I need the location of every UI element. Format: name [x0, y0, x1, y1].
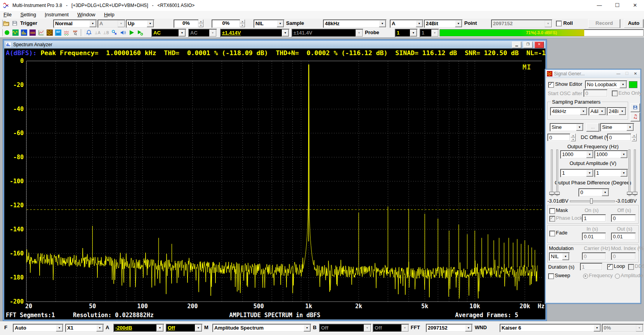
chevron-down-icon[interactable]: ▼ [602, 189, 609, 196]
bit-depth-select[interactable]: 24Bit▼ [424, 19, 463, 28]
spectrum-3d-plot-icon[interactable] [37, 29, 45, 36]
save-file-icon[interactable] [11, 19, 19, 27]
chevron-down-icon[interactable]: ▼ [416, 20, 423, 27]
step-down-icon[interactable]: ▼ [571, 137, 576, 141]
spectrum-window-titlebar[interactable]: Spectrum Analyzer ▁ ❐ ✕ [4, 41, 545, 49]
chevron-down-icon[interactable]: ▼ [89, 20, 96, 27]
roll-checkbox[interactable] [556, 21, 562, 26]
chevron-down-icon[interactable]: ▼ [179, 30, 186, 36]
chevron-down-icon[interactable]: ▼ [620, 81, 627, 88]
trigger-mode-select[interactable]: Normal▼ [53, 19, 97, 28]
chevron-down-icon[interactable]: ▼ [195, 325, 202, 332]
close-icon[interactable]: ✕ [535, 42, 544, 48]
chevron-down-icon[interactable]: ▼ [379, 20, 386, 27]
chevron-down-icon[interactable]: ▼ [576, 124, 583, 131]
menu-file[interactable]: File [0, 11, 15, 19]
chevron-down-icon[interactable]: ▼ [56, 325, 63, 332]
coupling-a-select[interactable]: AC▼ [151, 29, 186, 37]
chevron-down-icon[interactable]: ▼ [465, 325, 472, 332]
amplitude-b-select[interactable]: 1▼ [594, 169, 628, 177]
ddp-viewer-icon[interactable]: DDP [71, 29, 79, 36]
close-icon[interactable]: ✕ [632, 71, 639, 76]
signal-generator-titlebar[interactable]: Signal Gener... — ☐ ✕ [546, 70, 640, 78]
chevron-down-icon[interactable]: ▼ [620, 170, 627, 177]
trigger-delay-stepper[interactable]: ▲▼ [240, 19, 245, 27]
menu-instrument[interactable]: Instrument [41, 11, 72, 19]
balance-slider-handle[interactable] [590, 198, 593, 204]
run-icon[interactable] [128, 29, 135, 36]
spectrum-chart[interactable]: 20501002005001k2k5k10k20kHz0-20-40-60-80… [4, 49, 545, 319]
sound-output-icon[interactable] [119, 29, 127, 36]
close-icon[interactable]: ✕ [626, 0, 644, 11]
chevron-down-icon[interactable]: ▼ [619, 108, 626, 115]
window-function-select[interactable]: Kaiser 6▼ [500, 324, 601, 332]
waveform-b-select[interactable]: Sine▼ [600, 123, 634, 132]
output-b-slider[interactable] [634, 149, 636, 196]
chevron-down-icon[interactable]: ▼ [282, 30, 289, 36]
output-b-fine-slider[interactable] [628, 149, 630, 196]
zoom-select[interactable]: X1▼ [65, 324, 104, 332]
trigger-delay-input[interactable]: 0% [212, 19, 240, 28]
sweep-checkbox[interactable] [548, 273, 554, 279]
alarm-icon[interactable] [85, 29, 93, 36]
mask-on-input[interactable]: 1 [582, 214, 606, 222]
display-mode-select[interactable]: Amplitude Spectrum▼ [212, 324, 311, 332]
chevron-down-icon[interactable]: ▼ [562, 253, 569, 260]
chevron-down-icon[interactable]: ▼ [586, 170, 593, 177]
trigger-hpf-select[interactable]: NIL▼ [253, 19, 285, 28]
menu-help[interactable]: Help [101, 11, 118, 19]
step-up-icon[interactable]: ▲ [571, 134, 576, 137]
chevron-down-icon[interactable]: ▼ [586, 151, 593, 158]
chevron-down-icon[interactable]: ▼ [304, 325, 311, 332]
loop-checkbox[interactable] [607, 264, 613, 270]
range-a-select[interactable]: ±1.414V▼ [220, 29, 290, 37]
output-a-slider[interactable] [551, 149, 553, 196]
frequency-range-select[interactable]: Auto▼ [13, 324, 64, 332]
restore-icon[interactable]: ❐ [523, 42, 533, 48]
a-reference-select[interactable]: Off▼ [166, 324, 203, 332]
waveform-a-select[interactable]: Sine▼ [550, 123, 584, 132]
phase-select[interactable]: 0▼ [578, 188, 609, 197]
step-down-icon[interactable]: ▼ [632, 137, 637, 141]
amplitude-a-select[interactable]: 1▼ [560, 169, 594, 177]
slider-handle[interactable] [549, 192, 554, 194]
a-scale-select[interactable]: -200dB▼ [113, 324, 164, 332]
data-logger-icon[interactable] [46, 29, 54, 36]
auto-button[interactable]: Auto [624, 19, 644, 28]
mask-checkbox[interactable] [549, 208, 555, 214]
modulation-type-select[interactable]: NIL▼ [549, 252, 570, 261]
generator-on-button[interactable] [629, 81, 637, 88]
input-probe-icon[interactable] [111, 29, 118, 36]
menu-setting[interactable]: Setting [17, 11, 39, 19]
chevron-down-icon[interactable]: ▼ [277, 20, 284, 27]
chevron-down-icon[interactable]: ▼ [410, 30, 417, 36]
output-a-fine-slider[interactable] [556, 149, 558, 196]
step-up-icon[interactable]: ▲ [240, 19, 245, 23]
dc-offset-b-input[interactable]: 0 [607, 134, 631, 141]
step-up-icon[interactable]: ▲ [198, 19, 203, 23]
chevron-down-icon[interactable]: ▼ [147, 20, 154, 27]
sample-channel-select[interactable]: A▼ [390, 19, 424, 28]
trigger-level-input[interactable]: 0% [174, 19, 199, 28]
chevron-down-icon[interactable]: ▼ [156, 325, 163, 332]
show-editor-checkbox[interactable] [548, 82, 554, 88]
fft-size-select[interactable]: 2097152▼ [426, 324, 473, 332]
frequency-b-select[interactable]: 1000▼ [594, 150, 628, 159]
chevron-down-icon[interactable]: ▼ [594, 325, 601, 332]
maximize-icon[interactable]: ☐ [608, 0, 626, 11]
open-file-icon[interactable] [2, 19, 10, 27]
mask-off-input[interactable]: 0 [611, 214, 636, 222]
minimize-icon[interactable]: — [615, 71, 622, 76]
run-loop-icon[interactable] [136, 29, 144, 36]
frequency-a-select[interactable]: 1000▼ [560, 150, 594, 159]
menu-window[interactable]: Window [74, 11, 99, 19]
slider-handle[interactable] [627, 192, 632, 194]
device-test-plan-icon[interactable]: DUT888 [54, 29, 62, 36]
chevron-down-icon[interactable]: ▼ [599, 108, 606, 115]
minimize-icon[interactable]: ▁ [512, 42, 521, 48]
run-indicator-icon[interactable] [3, 29, 11, 36]
step-up-icon[interactable]: ▲ [632, 134, 637, 137]
gen-channel-select[interactable]: A&B▼ [588, 107, 606, 116]
dc-offset-a-input[interactable]: 0 [547, 134, 570, 141]
gen-sample-rate-select[interactable]: 48kHz▼ [550, 107, 588, 116]
